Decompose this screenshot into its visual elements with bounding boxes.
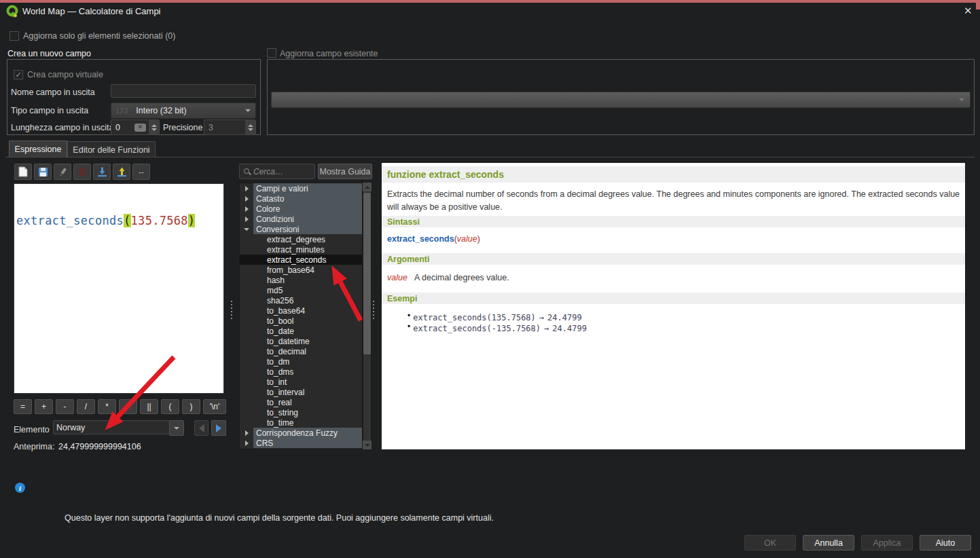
tree-item-to-string[interactable]: to_string	[240, 407, 362, 417]
arguments-heading-band: Argomenti	[382, 253, 965, 265]
spinner-buttons[interactable]	[244, 120, 255, 134]
tree-item-to-real[interactable]: to_real	[240, 397, 362, 407]
edit-expression-button[interactable]	[54, 164, 71, 180]
operator-concat-button[interactable]: ||	[140, 399, 158, 414]
delete-expression-button[interactable]	[73, 164, 91, 180]
tree-item-to-bool[interactable]: to_bool	[240, 316, 362, 326]
tree-category-condizioni[interactable]: Condizioni	[240, 214, 362, 224]
help-button[interactable]: Aiuto	[920, 535, 971, 551]
expression-editor[interactable]: extract_seconds(135.7568)	[14, 183, 224, 394]
operator-newline-button[interactable]: '\n'	[203, 399, 226, 414]
tree-item-to-interval[interactable]: to_interval	[240, 387, 362, 397]
arguments-heading: Argomenti	[387, 255, 430, 264]
feature-combo-dropdown-button[interactable]	[169, 420, 184, 436]
field-name-label: Nome campo in uscita	[11, 88, 95, 97]
tree-item-from-base64[interactable]: from_base64	[240, 265, 362, 275]
tree-scrollbar-thumb[interactable]	[363, 193, 371, 354]
search-input[interactable]	[251, 167, 314, 176]
bullet-icon: •	[407, 322, 410, 331]
operator-plus-button[interactable]: +	[35, 399, 53, 414]
tree-item-md5[interactable]: md5	[240, 285, 362, 295]
preview-value: 24,479999999994106	[58, 442, 141, 451]
field-type-combo[interactable]: 123 Intero (32 bit)	[111, 103, 256, 119]
save-icon	[38, 167, 48, 177]
tree-item-to-base64[interactable]: to_base64	[240, 305, 362, 316]
cancel-button[interactable]: Annulla	[803, 535, 854, 551]
operator-power-button[interactable]: ^	[119, 399, 137, 414]
dropdown-arrow-icon	[959, 98, 964, 101]
tree-item-to-dms[interactable]: to_dms	[240, 367, 362, 377]
tree-item-extract-degrees[interactable]: extract_degrees	[240, 234, 362, 244]
tree-category-crs[interactable]: CRS	[240, 438, 362, 448]
close-icon[interactable]: ✕	[964, 5, 973, 17]
splitter-handle[interactable]	[373, 301, 374, 319]
tree-item-extract-seconds[interactable]: extract_seconds	[240, 255, 362, 265]
field-name-input[interactable]	[111, 84, 256, 98]
tab-espressione[interactable]: Espressione	[9, 141, 67, 157]
next-feature-button[interactable]	[211, 420, 226, 436]
tree-item-extract-minutes[interactable]: extract_minutes	[240, 244, 362, 255]
bullet-icon: •	[407, 311, 410, 320]
search-icon	[244, 168, 251, 175]
tree-item-to-datetime[interactable]: to_datetime	[240, 336, 362, 346]
tree-item-to-time[interactable]: to_time	[240, 417, 362, 428]
operator-close-paren-button[interactable]: )	[182, 399, 200, 414]
integer-type-icon: 123	[115, 107, 128, 115]
spin-down-icon	[151, 128, 157, 131]
field-length-spinbox[interactable]: 0 ✕	[111, 119, 160, 135]
apply-button[interactable]: Applica	[861, 535, 913, 551]
tab-editor-funzioni[interactable]: Editor delle Funzioni	[67, 141, 156, 157]
show-help-button[interactable]: Mostra Guida	[318, 164, 372, 179]
tree-category-catasto[interactable]: Catasto	[240, 193, 362, 204]
ok-button[interactable]: OK	[744, 535, 796, 551]
tree-item-hash[interactable]: hash	[240, 275, 362, 285]
field-type-value: Intero (32 bit)	[136, 106, 245, 115]
splitter-handle[interactable]	[231, 301, 232, 319]
scroll-up-button[interactable]	[363, 183, 371, 191]
operator-minus-button[interactable]: -	[56, 399, 74, 414]
spin-up-icon	[151, 124, 157, 127]
existing-field-combo[interactable]	[271, 92, 970, 108]
feature-combo-input[interactable]	[53, 420, 170, 434]
expression-close-paren: )	[188, 214, 196, 227]
update-existing-checkbox[interactable]	[267, 48, 276, 58]
expander-collapsed-icon	[245, 441, 249, 446]
spinner-buttons[interactable]	[148, 120, 159, 134]
field-length-value: 0	[111, 120, 134, 134]
virtual-field-checkbox[interactable]: ✓	[14, 70, 23, 79]
update-selected-checkbox[interactable]	[10, 31, 19, 41]
precision-spinbox[interactable]: 3	[204, 119, 256, 135]
operator-multiply-button[interactable]: *	[98, 399, 116, 414]
tree-item-to-int[interactable]: to_int	[240, 377, 362, 387]
tree-item-to-dm[interactable]: to_dm	[240, 356, 362, 367]
save-expression-button[interactable]	[34, 164, 52, 180]
help-description: Extracts the decimal number of seconds f…	[387, 188, 961, 215]
expander-collapsed-icon	[245, 217, 249, 222]
scroll-down-button[interactable]	[363, 441, 371, 449]
separator-button[interactable]: --	[132, 164, 150, 180]
expression-number-token: 135.7568	[131, 214, 188, 227]
tree-category-campi-e-valori[interactable]: Campi e valori	[240, 183, 362, 193]
previous-feature-button[interactable]	[194, 420, 208, 436]
export-expression-button[interactable]	[113, 164, 130, 180]
info-icon: i	[15, 483, 25, 493]
precision-label: Precisione	[163, 123, 202, 132]
function-tree: Campi e valori Catasto Colore Condizioni…	[239, 183, 363, 449]
clear-value-icon[interactable]: ✕	[134, 124, 146, 132]
tree-category-corrispondenza-fuzzy[interactable]: Corrispondenza Fuzzy	[240, 428, 362, 438]
dropdown-arrow-icon	[174, 427, 179, 430]
tree-category-colore[interactable]: Colore	[240, 204, 362, 214]
operator-equals-button[interactable]: =	[14, 399, 32, 414]
new-expression-button[interactable]	[14, 164, 32, 180]
new-field-group-title: Crea un nuovo campo	[7, 49, 91, 58]
import-expression-button[interactable]	[93, 164, 111, 180]
examples-heading: Esempi	[387, 294, 417, 303]
function-search-box[interactable]	[239, 164, 315, 179]
operator-divide-button[interactable]: /	[77, 399, 95, 414]
operator-open-paren-button[interactable]: (	[161, 399, 179, 414]
tree-item-to-date[interactable]: to_date	[240, 326, 362, 336]
tree-item-sha256[interactable]: sha256	[240, 295, 362, 305]
argument-name: value	[387, 273, 407, 282]
tree-category-conversioni[interactable]: Conversioni	[240, 224, 362, 234]
tree-item-to-decimal[interactable]: to_decimal	[240, 346, 362, 356]
